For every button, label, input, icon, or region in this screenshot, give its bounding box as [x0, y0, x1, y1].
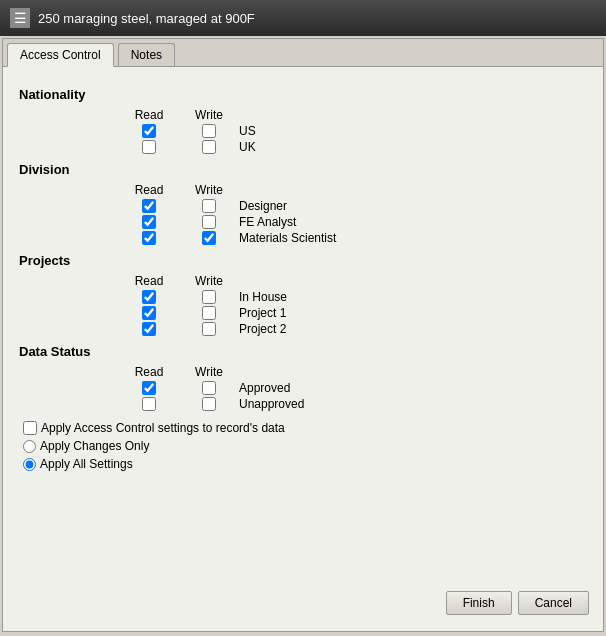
tabs-bar: Access Control Notes — [3, 39, 603, 67]
table-row: FE Analyst — [119, 215, 587, 229]
datastatus-header: Read Write — [119, 365, 587, 379]
datastatus-unapproved-read[interactable] — [142, 397, 156, 411]
nationality-us-write[interactable] — [202, 124, 216, 138]
projects-inhouse-write[interactable] — [202, 290, 216, 304]
content-wrapper: Nationality Read Write US — [3, 67, 603, 629]
nationality-table: Read Write US UK — [119, 108, 587, 154]
apply-changes-only-row: Apply Changes Only — [23, 439, 587, 453]
table-row: Designer — [119, 199, 587, 213]
projects-inhouse-read[interactable] — [142, 290, 156, 304]
division-read-header: Read — [119, 183, 179, 197]
projects-project2-label: Project 2 — [239, 322, 286, 336]
table-row: Project 1 — [119, 306, 587, 320]
projects-write-header: Write — [179, 274, 239, 288]
table-row: US — [119, 124, 587, 138]
nationality-uk-write[interactable] — [202, 140, 216, 154]
apply-access-control-checkbox[interactable] — [23, 421, 37, 435]
nationality-uk-read[interactable] — [142, 140, 156, 154]
bottom-options: Apply Access Control settings to record'… — [19, 421, 587, 471]
division-section: Division Read Write Designer — [19, 162, 587, 245]
apply-access-control-label: Apply Access Control settings to record'… — [41, 421, 285, 435]
nationality-header: Read Write — [119, 108, 587, 122]
button-row: Finish Cancel — [446, 591, 589, 615]
datastatus-unapproved-label: Unapproved — [239, 397, 304, 411]
projects-table: Read Write In House Project 1 — [119, 274, 587, 336]
projects-project2-read[interactable] — [142, 322, 156, 336]
table-row: UK — [119, 140, 587, 154]
division-matscientist-write[interactable] — [202, 231, 216, 245]
nationality-write-header: Write — [179, 108, 239, 122]
nationality-title: Nationality — [19, 87, 587, 102]
apply-all-settings-radio[interactable] — [23, 458, 36, 471]
division-matscientist-label: Materials Scientist — [239, 231, 336, 245]
cancel-button[interactable]: Cancel — [518, 591, 589, 615]
apply-changes-only-radio[interactable] — [23, 440, 36, 453]
datastatus-approved-read[interactable] — [142, 381, 156, 395]
apply-changes-only-label: Apply Changes Only — [40, 439, 149, 453]
datastatus-table: Read Write Approved Unapproved — [119, 365, 587, 411]
title-bar-icon: ☰ — [10, 8, 30, 28]
table-row: Project 2 — [119, 322, 587, 336]
table-row: Approved — [119, 381, 587, 395]
tab-access-control[interactable]: Access Control — [7, 43, 114, 67]
nationality-read-header: Read — [119, 108, 179, 122]
apply-all-settings-label: Apply All Settings — [40, 457, 133, 471]
table-row: Unapproved — [119, 397, 587, 411]
projects-header: Read Write — [119, 274, 587, 288]
projects-project1-label: Project 1 — [239, 306, 286, 320]
datastatus-approved-write[interactable] — [202, 381, 216, 395]
tab-notes[interactable]: Notes — [118, 43, 175, 66]
nationality-us-label: US — [239, 124, 256, 138]
division-matscientist-read[interactable] — [142, 231, 156, 245]
projects-read-header: Read — [119, 274, 179, 288]
projects-section: Projects Read Write In House — [19, 253, 587, 336]
table-row: In House — [119, 290, 587, 304]
datastatus-unapproved-write[interactable] — [202, 397, 216, 411]
apply-access-control-row: Apply Access Control settings to record'… — [23, 421, 587, 435]
division-header: Read Write — [119, 183, 587, 197]
datastatus-read-header: Read — [119, 365, 179, 379]
datastatus-section: Data Status Read Write Approved — [19, 344, 587, 411]
content-area: Nationality Read Write US — [3, 67, 603, 599]
projects-title: Projects — [19, 253, 587, 268]
projects-project2-write[interactable] — [202, 322, 216, 336]
projects-inhouse-label: In House — [239, 290, 287, 304]
datastatus-title: Data Status — [19, 344, 587, 359]
division-write-header: Write — [179, 183, 239, 197]
projects-project1-read[interactable] — [142, 306, 156, 320]
apply-all-settings-row: Apply All Settings — [23, 457, 587, 471]
projects-project1-write[interactable] — [202, 306, 216, 320]
nationality-us-read[interactable] — [142, 124, 156, 138]
division-feanalyst-write[interactable] — [202, 215, 216, 229]
nationality-section: Nationality Read Write US — [19, 87, 587, 154]
division-designer-write[interactable] — [202, 199, 216, 213]
table-row: Materials Scientist — [119, 231, 587, 245]
title-bar: ☰ 250 maraging steel, maraged at 900F — [0, 0, 606, 36]
nationality-uk-label: UK — [239, 140, 256, 154]
datastatus-approved-label: Approved — [239, 381, 290, 395]
division-feanalyst-read[interactable] — [142, 215, 156, 229]
division-feanalyst-label: FE Analyst — [239, 215, 296, 229]
division-table: Read Write Designer FE Analyst — [119, 183, 587, 245]
finish-button[interactable]: Finish — [446, 591, 512, 615]
title-bar-text: 250 maraging steel, maraged at 900F — [38, 11, 255, 26]
division-designer-label: Designer — [239, 199, 287, 213]
division-designer-read[interactable] — [142, 199, 156, 213]
division-title: Division — [19, 162, 587, 177]
datastatus-write-header: Write — [179, 365, 239, 379]
main-content: Access Control Notes Nationality Read Wr… — [2, 38, 604, 632]
